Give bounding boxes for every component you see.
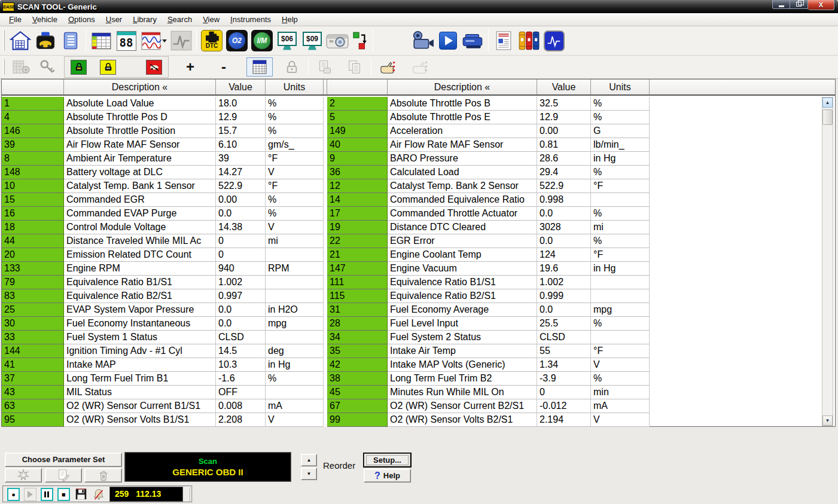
im-monitors-button[interactable]: I/M bbox=[249, 28, 275, 54]
param-id[interactable]: 19 bbox=[327, 221, 388, 234]
header-value-left[interactable]: Value bbox=[216, 80, 266, 94]
param-id[interactable]: 37 bbox=[2, 372, 64, 386]
table-row[interactable]: 9BARO Pressure28.6in Hg bbox=[327, 152, 650, 166]
param-id[interactable]: 38 bbox=[327, 372, 388, 386]
table-row[interactable]: 95O2 (WR) Sensor Volts B1/S12.208V bbox=[2, 413, 324, 427]
table-row[interactable]: 149Acceleration0.00G bbox=[327, 124, 650, 138]
param-id[interactable]: 36 bbox=[327, 166, 388, 179]
header-description-left[interactable]: Description « bbox=[64, 80, 216, 94]
param-id[interactable]: 15 bbox=[2, 193, 64, 207]
table-row[interactable]: 34Fuel System 2 StatusCLSD bbox=[327, 331, 650, 344]
vertical-scrollbar[interactable]: ▲ ▼ bbox=[822, 97, 833, 426]
menu-library[interactable]: Library bbox=[127, 13, 162, 26]
table-row[interactable]: 147Engine Vacuum19.6in Hg bbox=[327, 262, 650, 276]
table-row[interactable]: 15Commanded EGR0.00% bbox=[2, 193, 324, 207]
param-id[interactable]: 83 bbox=[2, 289, 64, 303]
table-row[interactable]: 36Calculated Load29.4% bbox=[327, 166, 650, 179]
scroll-down-arrow-icon[interactable]: ▼ bbox=[822, 416, 833, 426]
table-row[interactable]: 31Fuel Economy Average0.0mpg bbox=[327, 303, 650, 317]
vehicle-ok-button[interactable] bbox=[71, 60, 87, 75]
library-button[interactable] bbox=[516, 28, 541, 54]
minimize-button[interactable] bbox=[772, 0, 790, 9]
menu-user[interactable]: User bbox=[100, 13, 127, 26]
table-row[interactable]: 16Commanded EVAP Purge0.0% bbox=[2, 207, 324, 221]
param-id[interactable]: 1 bbox=[2, 97, 64, 111]
table-row[interactable]: 148Battery voltage at DLC14.27V bbox=[2, 166, 324, 179]
help-button[interactable]: ? Help bbox=[364, 469, 411, 482]
table-row[interactable]: 17Commanded Throttle Actuator0.0% bbox=[327, 207, 650, 221]
grid-view-button[interactable] bbox=[246, 57, 273, 77]
menu-help[interactable]: Help bbox=[276, 13, 303, 26]
param-id[interactable]: 146 bbox=[2, 124, 64, 138]
param-id[interactable]: 18 bbox=[2, 221, 64, 234]
table-row[interactable]: 1Absolute Load Value18.0% bbox=[2, 97, 324, 111]
table-row[interactable]: 22EGR Error0.0% bbox=[327, 234, 650, 248]
table-row[interactable]: 115Equivalence Ratio B2/S10.999 bbox=[327, 289, 650, 303]
table-row[interactable]: 19Distance DTC Cleared3028mi bbox=[327, 221, 650, 234]
param-id[interactable]: 148 bbox=[2, 166, 64, 179]
header-id-left[interactable] bbox=[2, 80, 64, 94]
table-row[interactable]: 99O2 (WR) Sensor Volts B2/S12.194V bbox=[327, 413, 650, 427]
param-id[interactable]: 17 bbox=[327, 207, 388, 221]
table-row[interactable]: 5Absolute Throttle Pos E12.9% bbox=[327, 111, 650, 124]
menu-vehicle[interactable]: Vehicle bbox=[27, 13, 63, 26]
param-id[interactable]: 44 bbox=[2, 234, 64, 248]
header-description-right[interactable]: Description « bbox=[388, 80, 537, 94]
report-button[interactable] bbox=[58, 28, 83, 54]
param-id[interactable]: 20 bbox=[2, 248, 64, 262]
param-id[interactable]: 99 bbox=[327, 413, 388, 427]
digital-display-button[interactable]: 88 bbox=[114, 28, 139, 54]
param-id[interactable]: 133 bbox=[2, 262, 64, 276]
menu-search[interactable]: Search bbox=[162, 13, 197, 26]
param-id[interactable]: 5 bbox=[327, 111, 388, 124]
scrollbar-thumb[interactable] bbox=[822, 109, 833, 125]
header-id-right[interactable] bbox=[327, 80, 388, 94]
param-id[interactable]: 67 bbox=[327, 399, 388, 413]
o2-button[interactable]: O2 bbox=[224, 28, 249, 54]
param-id[interactable]: 43 bbox=[2, 386, 64, 399]
copy-parameter-set-button[interactable] bbox=[45, 468, 82, 482]
table-row[interactable]: 30Fuel Economy Instantaneous0.0mpg bbox=[2, 317, 324, 331]
select-parameters-button[interactable] bbox=[374, 57, 401, 77]
home-button[interactable] bbox=[8, 28, 33, 54]
table-row[interactable]: 146Absolute Throttle Position15.7% bbox=[2, 124, 324, 138]
param-id[interactable]: 14 bbox=[327, 193, 388, 207]
param-id[interactable]: 8 bbox=[2, 152, 64, 166]
video-capture-button[interactable] bbox=[410, 28, 435, 54]
add-parameter-button[interactable]: + bbox=[177, 57, 203, 77]
table-row[interactable]: 79Equivalence Ratio B1/S11.002 bbox=[2, 276, 324, 289]
param-id[interactable]: 2 bbox=[327, 97, 388, 111]
table-row[interactable]: 111Equivalence Ratio B1/S11.002 bbox=[327, 276, 650, 289]
param-id[interactable]: 21 bbox=[327, 248, 388, 262]
setup-button[interactable]: Setup... bbox=[364, 453, 411, 467]
table-row[interactable]: 21Engine Coolant Temp124°F bbox=[327, 248, 650, 262]
param-id[interactable]: 63 bbox=[2, 399, 64, 413]
interface-device-button[interactable] bbox=[461, 28, 486, 54]
table-row[interactable]: 45Minutes Run While MIL On0min bbox=[327, 386, 650, 399]
record-button[interactable]: ● bbox=[7, 488, 20, 501]
table-row[interactable]: 20Emission Related DTC Count0 bbox=[2, 248, 324, 262]
header-units-left[interactable]: Units bbox=[266, 80, 324, 94]
header-units-right[interactable]: Units bbox=[591, 80, 650, 94]
table-row[interactable]: 28Fuel Level Input25.5% bbox=[327, 317, 650, 331]
close-button[interactable]: X bbox=[808, 0, 834, 10]
param-id[interactable]: 10 bbox=[2, 179, 64, 193]
table-row[interactable]: 42Intake MAP Volts (Generic)1.34V bbox=[327, 358, 650, 372]
param-id[interactable]: 35 bbox=[327, 344, 388, 358]
param-id[interactable]: 79 bbox=[2, 276, 64, 289]
menu-instruments[interactable]: Instruments bbox=[225, 13, 276, 26]
table-row[interactable]: 40Air Flow Rate MAF Sensor0.81lb/min_ bbox=[327, 138, 650, 152]
vehicle-photo-button[interactable] bbox=[33, 28, 58, 54]
param-id[interactable]: 45 bbox=[327, 386, 388, 399]
table-row[interactable]: 25EVAP System Vapor Pressure0.0in H2O bbox=[2, 303, 324, 317]
param-id[interactable]: 41 bbox=[2, 358, 64, 372]
mode06-button[interactable]: $06 bbox=[275, 28, 300, 54]
param-id[interactable]: 4 bbox=[2, 111, 64, 124]
remove-parameter-button[interactable]: - bbox=[211, 57, 237, 77]
table-row[interactable]: 4Absolute Throttle Pos D12.9% bbox=[2, 111, 324, 124]
param-id[interactable]: 34 bbox=[327, 331, 388, 344]
oscilloscope-button[interactable] bbox=[541, 28, 566, 54]
stop-button[interactable]: ■ bbox=[57, 488, 70, 501]
vehicle-alert-button[interactable] bbox=[146, 60, 162, 75]
table-row[interactable]: 43MIL StatusOFF bbox=[2, 386, 324, 399]
